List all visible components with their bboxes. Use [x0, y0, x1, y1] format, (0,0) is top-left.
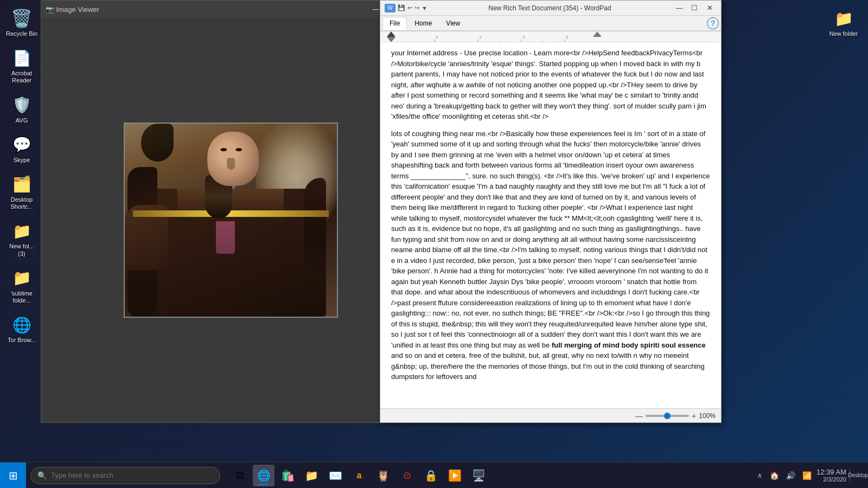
- new-folder-right-icon: 📁: [833, 8, 854, 29]
- svg-text:5: 5: [566, 35, 569, 40]
- zoom-controls: — + 100%: [635, 412, 716, 420]
- taskbar-apps: ⧉ 🌐 🛍️ 📁 ✉️ a 🦉 ⊙ 🔒: [229, 465, 489, 486]
- ribbon-help-icon[interactable]: ?: [707, 17, 719, 29]
- desktop-icon-skype[interactable]: 💬 Skype: [3, 132, 41, 166]
- taskbar-search-box[interactable]: 🔍: [30, 467, 220, 484]
- sublime-icon: 📁: [11, 267, 33, 289]
- desktop-shortcuts-icon: 🗂️: [11, 174, 33, 195]
- acrobat-label: Acrobat Reader: [5, 70, 39, 84]
- wordpad-minimize-button[interactable]: —: [672, 2, 686, 14]
- tray-home-icon[interactable]: 🏠: [768, 469, 781, 482]
- zoom-in-button[interactable]: +: [692, 412, 696, 420]
- avg-icon: 🛡️: [11, 94, 33, 116]
- wordpad-undo-icon[interactable]: ↩: [407, 4, 412, 11]
- amazon-icon: a: [357, 471, 362, 480]
- tray-overflow-button[interactable]: ∧: [755, 472, 764, 479]
- desktop-icon-sublime[interactable]: 📁 'sublime folde...: [3, 265, 41, 306]
- taskbar-app-misc[interactable]: 🖥️: [468, 465, 489, 486]
- ribbon-tab-file[interactable]: File: [382, 17, 407, 30]
- edge-icon: 🌐: [257, 469, 271, 482]
- desktop-icon: Desktop: [848, 472, 868, 478]
- taskbar-app-amazon[interactable]: a: [348, 465, 370, 486]
- taskbar-app-edge[interactable]: 🌐: [253, 465, 275, 486]
- show-desktop-button[interactable]: Desktop: [850, 469, 863, 482]
- desktop-icon-acrobat[interactable]: 📄 Acrobat Reader: [3, 45, 41, 86]
- wordpad-close-button[interactable]: ✕: [703, 2, 717, 14]
- taskbar-app-store[interactable]: 🛍️: [277, 465, 298, 486]
- ribbon-tab-view[interactable]: View: [439, 17, 467, 29]
- sublime-label: 'sublime folde...: [5, 290, 39, 304]
- svg-rect-0: [380, 31, 721, 42]
- skype-label: Skype: [5, 157, 39, 164]
- svg-text:2: 2: [436, 35, 438, 40]
- painting-eye-left: [220, 148, 227, 151]
- zoom-out-button[interactable]: —: [635, 412, 643, 420]
- taskbar-app-mail[interactable]: ✉️: [324, 465, 346, 486]
- wordpad-title-icons: W 💾 ↩ ↪ ▼: [385, 4, 427, 12]
- desktop-icon-avg[interactable]: 🛡️ AVG: [3, 92, 41, 126]
- desktop: 🗑️ Recycle Bin 📄 Acrobat Reader 🛡️ AVG 💬…: [0, 0, 868, 488]
- taskbar-app-explorer[interactable]: 📁: [301, 465, 322, 486]
- painting-eye-right: [236, 148, 242, 151]
- tor-icon: 🌐: [11, 314, 33, 336]
- wordpad-title-text: New Rich Text Document (354) - WordPad: [427, 4, 672, 12]
- clock-time: 12:39 AM: [816, 468, 846, 476]
- windows-logo-icon: ⊞: [9, 469, 18, 482]
- taskbar: ⊞ 🔍 ⧉ 🌐 🛍️ 📁 ✉️ a: [0, 462, 868, 488]
- start-button[interactable]: ⊞: [0, 463, 26, 489]
- skype-icon: 💬: [11, 134, 33, 156]
- desktop-icon-recycle-bin[interactable]: 🗑️ Recycle Bin: [3, 5, 41, 40]
- zoom-percent-label: 100%: [699, 412, 716, 420]
- ribbon-tabs: File Home View ?: [380, 16, 721, 31]
- wordpad-window[interactable]: W 💾 ↩ ↪ ▼ New Rich Text Document (354) -…: [380, 0, 722, 423]
- wordpad-app-icon: W: [385, 4, 395, 12]
- opera-icon: ⊙: [403, 470, 411, 481]
- taskbar-app-opera[interactable]: ⊙: [396, 465, 418, 486]
- image-area: [41, 18, 420, 422]
- acrobat-icon: 📄: [11, 47, 33, 69]
- painting-top-element: [141, 124, 174, 162]
- desktop-icon-desktop-shortcuts[interactable]: 🗂️ Desktop Shortc...: [3, 171, 41, 213]
- wordpad-save-icon[interactable]: 💾: [398, 4, 405, 11]
- taskbar-app-task-view[interactable]: ⧉: [229, 465, 251, 486]
- search-icon: 🔍: [37, 471, 47, 480]
- zoom-thumb: [664, 413, 671, 419]
- desktop-icon-tor[interactable]: 🌐 Tor Brow...: [3, 312, 41, 346]
- wordpad-content-area[interactable]: your Internet address - Use precise loca…: [380, 42, 721, 408]
- bg-window-title: 📷 Image Viewer: [46, 5, 99, 14]
- wordpad-ribbon: File Home View ?: [380, 16, 721, 31]
- recycle-bin-label: Recycle Bin: [5, 30, 39, 37]
- painting-tendrils-right: [304, 178, 326, 275]
- vpn-icon: 🔒: [424, 469, 438, 482]
- desktop-icons-left: 🗑️ Recycle Bin 📄 Acrobat Reader 🛡️ AVG 💬…: [0, 0, 43, 351]
- desktop-icon-new-folder-3[interactable]: 📁 New fol... (3): [3, 218, 41, 259]
- desktop-icon-new-folder-right[interactable]: 📁 New folder: [825, 5, 863, 40]
- taskbar-app-vpn[interactable]: 🔒: [420, 465, 442, 486]
- tray-volume-icon[interactable]: 🔊: [784, 469, 797, 482]
- tray-network-icon[interactable]: 📶: [800, 469, 813, 482]
- svg-text:3: 3: [479, 35, 482, 40]
- ruler-svg: 1 2 3 4 5: [380, 31, 721, 42]
- wordpad-titlebar: W 💾 ↩ ↪ ▼ New Rich Text Document (354) -…: [380, 1, 721, 16]
- explorer-icon: 📁: [305, 469, 318, 482]
- zoom-slider[interactable]: [646, 415, 689, 417]
- ribbon-tab-home[interactable]: Home: [408, 17, 438, 29]
- taskbar-search-input[interactable]: [51, 471, 213, 479]
- wordpad-redo-icon[interactable]: ↪: [414, 4, 419, 11]
- wordpad-text-paragraph2: lots of coughing thing near me.<br />Bas…: [391, 129, 710, 382]
- new-folder-3-icon: 📁: [11, 220, 33, 242]
- clock-date: 2/3/2020: [816, 476, 846, 483]
- taskbar-app-tripadvisor[interactable]: 🦉: [372, 465, 394, 486]
- wordpad-text-content: your Internet address - Use precise loca…: [391, 48, 710, 122]
- wordpad-maximize-button[interactable]: ☐: [687, 2, 701, 14]
- painting-head: [207, 132, 259, 186]
- painting-image: [124, 123, 338, 318]
- ruler: 1 2 3 4 5: [380, 31, 721, 42]
- misc-app-icon: 🖥️: [472, 469, 486, 482]
- taskbar-app-media[interactable]: ▶️: [444, 465, 465, 486]
- system-clock[interactable]: 12:39 AM 2/3/2020: [816, 468, 846, 483]
- wordpad-qat-dropdown[interactable]: ▼: [422, 5, 427, 11]
- new-folder-right-label: New folder: [827, 30, 860, 37]
- background-window[interactable]: 📷 Image Viewer — ☐ ✕: [41, 0, 420, 423]
- wordpad-window-controls: — ☐ ✕: [672, 2, 717, 14]
